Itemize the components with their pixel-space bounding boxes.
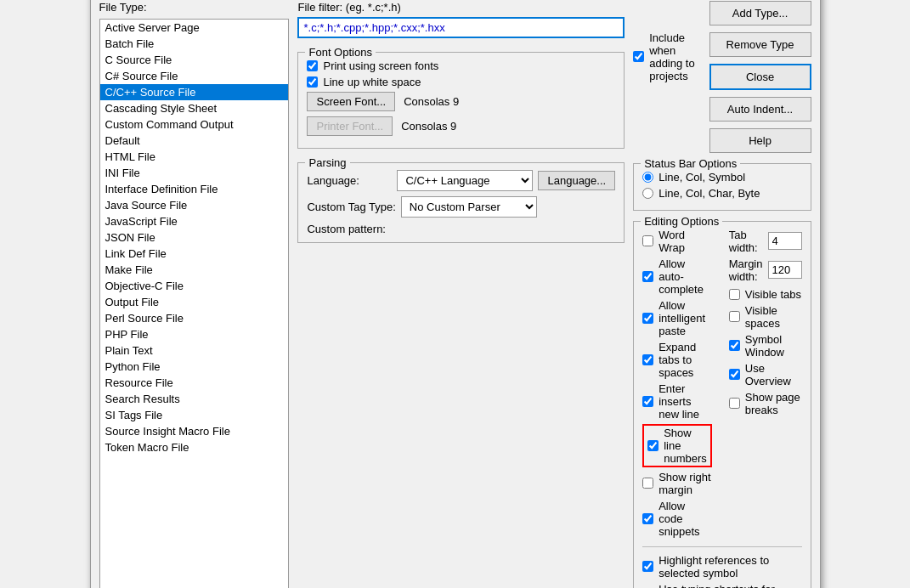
symbol-window-label: Symbol Window (745, 333, 802, 359)
highlight-refs-label: Highlight references to selected symbol (658, 554, 801, 580)
allow-code-snippets-label: Allow code snippets (658, 500, 712, 538)
file-list-item[interactable]: INI File (100, 165, 289, 181)
file-list-item[interactable]: HTML File (100, 149, 289, 165)
file-list[interactable]: Active Server PageBatch FileC Source Fil… (100, 20, 289, 589)
file-list-item[interactable]: JSON File (100, 229, 289, 246)
file-list-item[interactable]: Output File (100, 294, 289, 310)
visible-tabs-label: Visible tabs (745, 288, 801, 301)
enter-inserts-checkbox[interactable] (642, 396, 653, 407)
file-list-item[interactable]: Objective-C File (100, 278, 289, 294)
screen-font-button[interactable]: Screen Font... (307, 92, 395, 111)
close-button[interactable]: Close (709, 64, 811, 90)
print-screen-fonts-row: Print using screen fonts (307, 59, 615, 72)
editing-options-group: Editing Options Word Wrap (633, 221, 811, 589)
include-when-adding-checkbox[interactable] (633, 51, 644, 62)
font-options-group: Font Options Print using screen fonts Li… (297, 52, 625, 149)
typing-shortcuts-row: Use typing shortcuts for parentheses and… (642, 583, 801, 589)
file-list-item[interactable]: Source Insight Macro File (100, 423, 289, 439)
allow-code-snippets-checkbox[interactable] (642, 513, 653, 524)
tab-width-input[interactable] (768, 232, 802, 250)
include-when-adding-label: Include when adding to projects (649, 31, 709, 82)
show-line-numbers-checkbox[interactable] (647, 440, 658, 451)
word-wrap-label: Word Wrap (658, 229, 712, 254)
status-radio-line-col-symbol: Line, Col, Symbol (642, 171, 801, 184)
symbol-window-checkbox[interactable] (729, 340, 740, 351)
custom-tag-label: Custom Tag Type: (307, 201, 395, 213)
file-list-item[interactable]: C Source File (100, 52, 289, 68)
radio-line-col-char[interactable] (642, 188, 653, 199)
use-overview-label: Use Overview (745, 362, 802, 387)
file-list-item[interactable]: C/C++ Source File (100, 84, 289, 100)
file-list-item[interactable]: Default (100, 133, 289, 149)
file-list-item[interactable]: Python File (100, 359, 289, 375)
file-list-item[interactable]: Make File (100, 262, 289, 278)
file-list-item[interactable]: JavaScript File (100, 213, 289, 229)
file-list-item[interactable]: C# Source File (100, 68, 289, 84)
file-list-item[interactable]: Resource File (100, 375, 289, 391)
visible-tabs-row: Visible tabs (729, 288, 802, 301)
printer-font-button[interactable]: Printer Font... (307, 116, 393, 136)
font-options-title: Font Options (305, 46, 375, 59)
tab-width-row: Tab width: (729, 229, 802, 254)
remove-type-button[interactable]: Remove Type (709, 32, 811, 57)
language-label: Language: (307, 174, 392, 187)
file-filter-input[interactable] (297, 17, 625, 38)
file-list-item[interactable]: Java Source File (100, 197, 289, 213)
allow-code-snippets-row: Allow code snippets (642, 500, 712, 538)
editing-divider (642, 546, 801, 547)
action-buttons: Add Type... Remove Type Close Auto Inden… (709, 1, 811, 153)
file-filter-label: File filter: (eg. *.c;*.h) (297, 1, 625, 14)
file-list-item[interactable]: Token Macro File (100, 439, 289, 455)
help-button[interactable]: Help (709, 128, 811, 153)
visible-spaces-checkbox[interactable] (729, 311, 740, 322)
line-up-whitespace-row: Line up white space (307, 76, 615, 88)
file-list-item[interactable]: PHP File (100, 326, 289, 342)
enter-inserts-row: Enter inserts new line (642, 382, 712, 421)
auto-complete-checkbox[interactable] (642, 271, 653, 282)
tab-width-label: Tab width: (729, 229, 763, 254)
print-screen-fonts-checkbox[interactable] (307, 60, 318, 71)
expand-tabs-checkbox[interactable] (642, 354, 653, 365)
language-button[interactable]: Language... (538, 171, 615, 190)
word-wrap-row: Word Wrap (642, 229, 712, 254)
auto-complete-label: Allow auto-complete (658, 257, 712, 296)
file-list-item[interactable]: Custom Command Output (100, 116, 289, 133)
editing-columns: Word Wrap Allow auto-complete Allow inte… (642, 229, 801, 541)
visible-tabs-checkbox[interactable] (729, 289, 740, 300)
margin-width-input[interactable] (768, 261, 802, 279)
show-page-breaks-checkbox[interactable] (729, 398, 740, 409)
show-right-margin-checkbox[interactable] (642, 478, 653, 489)
file-list-item[interactable]: Perl Source File (100, 310, 289, 326)
enter-inserts-label: Enter inserts new line (658, 382, 712, 421)
add-type-button[interactable]: Add Type... (709, 1, 811, 25)
typing-shortcuts-label: Use typing shortcuts for parentheses and… (658, 583, 801, 589)
highlight-refs-row: Highlight references to selected symbol (642, 554, 801, 580)
language-row: Language: C/C++ Language Language... (307, 170, 615, 191)
radio-line-col-symbol[interactable] (642, 172, 653, 183)
custom-tag-dropdown[interactable]: No Custom Parser (401, 196, 537, 218)
intelligent-paste-row: Allow intelligent paste (642, 299, 712, 337)
file-list-item[interactable]: SI Tags File (100, 407, 289, 423)
line-up-whitespace-checkbox[interactable] (307, 76, 318, 88)
show-page-breaks-label: Show page breaks (745, 391, 802, 416)
file-list-item[interactable]: Interface Definition File (100, 181, 289, 197)
file-list-item[interactable]: Search Results (100, 391, 289, 407)
intelligent-paste-checkbox[interactable] (642, 313, 653, 324)
file-list-item[interactable]: Plain Text (100, 342, 289, 359)
top-right: Include when adding to projects Add Type… (633, 1, 811, 153)
margin-width-row: Margin width: (729, 257, 802, 283)
file-list-item[interactable]: Cascading Style Sheet (100, 100, 289, 116)
screen-font-name: Consolas 9 (404, 95, 459, 108)
file-list-item[interactable]: Active Server Page (100, 20, 289, 36)
file-list-item[interactable]: Batch File (100, 36, 289, 52)
file-list-item[interactable]: Link Def File (100, 246, 289, 262)
word-wrap-checkbox[interactable] (642, 235, 653, 246)
use-overview-checkbox[interactable] (729, 369, 740, 380)
language-dropdown[interactable]: C/C++ Language (397, 170, 533, 191)
custom-pattern-row: Custom pattern: (307, 223, 615, 235)
line-up-whitespace-label: Line up white space (323, 76, 421, 88)
show-line-numbers-label: Show line numbers (664, 427, 707, 465)
highlight-refs-checkbox[interactable] (642, 561, 653, 572)
auto-indent-button[interactable]: Auto Indent... (709, 97, 811, 122)
show-line-numbers-row: Show line numbers (642, 424, 712, 467)
